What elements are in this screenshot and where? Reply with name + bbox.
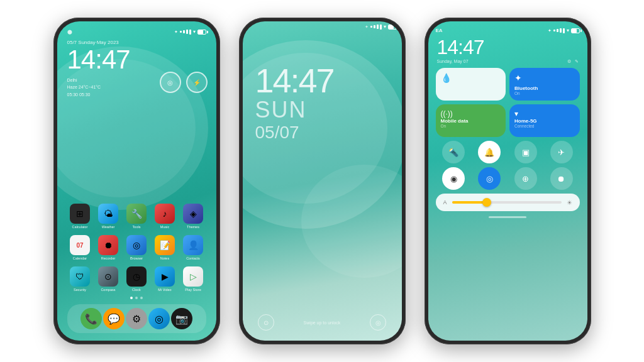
- app-label-weather: Weather: [102, 225, 115, 229]
- app-icon-calendar: 07: [70, 235, 90, 255]
- btn-screen-record[interactable]: ▣: [514, 141, 537, 163]
- app-mivideo[interactable]: ▶ Mi Video: [152, 266, 178, 292]
- app-icon-music: ♪: [155, 204, 175, 224]
- brightness-slider[interactable]: A ☀: [436, 194, 580, 211]
- app-icon-browser: ◎: [126, 235, 147, 255]
- p3-battery-fill: [572, 29, 577, 33]
- sb-bar-2: [374, 25, 375, 28]
- app-clock[interactable]: ◷ Clock: [124, 266, 150, 292]
- app-label-notes: Notes: [160, 256, 169, 260]
- quick-circles: ◎ ⚡: [160, 72, 208, 93]
- dock-settings[interactable]: ⚙: [126, 308, 147, 329]
- mobile-data-icon: ((·)): [441, 109, 501, 118]
- dot-1: [130, 297, 133, 299]
- dock-camera[interactable]: 📷: [171, 308, 192, 329]
- brightness-track[interactable]: [452, 201, 562, 204]
- app-contacts[interactable]: 👤 Contacts: [180, 235, 206, 260]
- wifi-tile-icon: ▾: [514, 109, 575, 118]
- app-icon-notes: 📝: [155, 235, 175, 255]
- phone1-date: 05/7 Sunday·May 2023: [62, 37, 211, 45]
- phone3-content: EA ✦ ▾ 14:47 Sunday, May: [428, 21, 587, 341]
- app-browser[interactable]: ◎ Browser: [124, 235, 150, 260]
- app-music[interactable]: ♪ Music: [152, 204, 178, 229]
- cc-icons-row: ⚙ ✎: [567, 59, 579, 64]
- app-recorder[interactable]: ⏺ Recorder: [96, 235, 121, 260]
- brightness-thumb: [482, 198, 491, 207]
- app-label-tools: Tools: [133, 225, 141, 229]
- dot-3: [140, 297, 143, 299]
- btn-location[interactable]: ⊕: [514, 167, 537, 190]
- lock-screen-torch[interactable]: ⊙: [258, 314, 274, 331]
- app-icon-mivideo: ▶: [155, 266, 175, 287]
- btn-airplane[interactable]: ✈: [550, 141, 573, 163]
- lock-day: SUN: [243, 97, 402, 123]
- p2-battery-fill: [389, 25, 394, 29]
- btn-torch[interactable]: 🔦: [442, 141, 465, 163]
- status-bar-1: ⬤ ✦ ▾: [62, 26, 211, 37]
- app-themes[interactable]: ◈ Themes: [180, 204, 206, 229]
- bluetooth-tile-icon: ✦: [514, 73, 522, 83]
- phone-home-screen: ⬤ ✦ ▾ 05/7 Sunday·May 2023: [53, 18, 220, 344]
- lock-time: 14:47: [243, 32, 402, 97]
- tile-water[interactable]: 💧: [436, 68, 506, 101]
- status-bar-2: ✦ ▾: [243, 21, 402, 32]
- dock-browser[interactable]: ◎: [148, 308, 170, 329]
- app-icon-recorder: ⏺: [98, 235, 118, 255]
- app-weather[interactable]: 🌤 Weather: [96, 204, 121, 229]
- app-calculator[interactable]: ⊞ Calculator: [67, 204, 93, 229]
- app-icon-playstore: ▷: [183, 266, 203, 287]
- app-calendar[interactable]: 07 Calendar: [67, 235, 93, 260]
- wifi-tile-sub: Connected: [514, 124, 575, 128]
- status-time: ⬤: [67, 30, 72, 35]
- sb-bar-3: [377, 25, 379, 29]
- battery-fill: [198, 30, 203, 34]
- phone1-time: 14:47: [62, 45, 211, 74]
- circle-widget-1[interactable]: ◎: [160, 72, 181, 93]
- phone1-content: ⬤ ✦ ▾ 05/7 Sunday·May 2023: [57, 21, 216, 341]
- app-notes[interactable]: 📝 Notes: [152, 235, 178, 260]
- app-label-themes: Themes: [187, 225, 199, 229]
- btn-compass[interactable]: ◎: [478, 167, 501, 190]
- p2-notch: [248, 25, 252, 29]
- app-dock: 📞 💬 ⚙ ◎ 📷: [67, 304, 206, 333]
- btn-camera[interactable]: ⏺: [550, 167, 573, 190]
- p2-battery: [388, 25, 397, 30]
- dock-phone[interactable]: 📞: [80, 308, 102, 329]
- app-security[interactable]: 🛡 Security: [67, 266, 93, 292]
- tile-bluetooth[interactable]: ✦ Bluetooth On: [509, 68, 580, 101]
- tile-mobile-data[interactable]: ((·)) Mobile data On: [436, 104, 506, 137]
- app-icon-contacts: 👤: [183, 235, 203, 255]
- lock-screen-camera[interactable]: ◎: [370, 314, 386, 331]
- settings-icon[interactable]: ⚙: [567, 59, 571, 64]
- status-icons-3: ✦ ▾: [548, 28, 580, 33]
- p3-sb-1: [553, 30, 555, 31]
- circle-widget-2[interactable]: ⚡: [186, 72, 208, 93]
- btn-eye[interactable]: ◉: [442, 167, 465, 190]
- tile-wifi[interactable]: ▾ Home-5G Connected: [509, 104, 580, 137]
- p3-bluetooth-icon: ✦: [548, 28, 552, 33]
- phone-control-center: EA ✦ ▾ 14:47 Sunday, May: [425, 18, 591, 344]
- p2-bluetooth-icon: ✦: [365, 25, 369, 30]
- app-label-compass: Compass: [101, 288, 115, 292]
- app-label-mivideo: Mi Video: [158, 288, 171, 292]
- brightness-low-icon: A: [443, 199, 447, 206]
- p3-sb-4: [563, 28, 565, 33]
- p3-signal: [553, 28, 565, 33]
- mobile-data-label: Mobile data: [441, 118, 501, 124]
- edit-icon[interactable]: ✎: [575, 59, 579, 64]
- app-label-calendar: Calendar: [73, 256, 87, 260]
- p2-signal: [370, 25, 382, 30]
- app-playstore[interactable]: ▷ Play Store: [180, 266, 206, 292]
- lock-bottom-bar: ⊙ Swipe up to unlock ◎: [243, 304, 402, 341]
- page-dots: [62, 294, 211, 302]
- p2-wifi-icon: ▾: [384, 24, 386, 30]
- brightness-fill: [452, 201, 485, 204]
- btn-bell[interactable]: 🔔: [478, 141, 501, 163]
- p3-battery: [571, 28, 580, 33]
- app-icon-compass: ⊙: [98, 266, 118, 287]
- dock-messages[interactable]: 💬: [103, 308, 125, 329]
- app-tools[interactable]: 🔧 Tools: [124, 204, 150, 229]
- phone-lock-screen: ✦ ▾ 14:47 SUN 05/07 ⊙: [239, 18, 406, 344]
- app-label-playstore: Play Store: [185, 288, 201, 292]
- app-compass[interactable]: ⊙ Compass: [96, 266, 121, 292]
